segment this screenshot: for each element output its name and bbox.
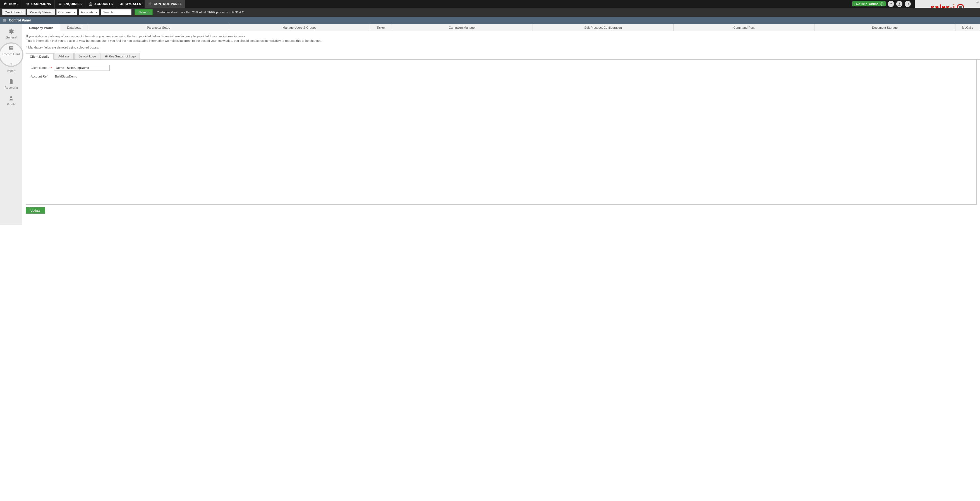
- grid-icon: [148, 2, 152, 6]
- nav-label: CAMPAIGNS: [31, 2, 51, 6]
- user-icon: [897, 2, 901, 6]
- home-icon: [3, 2, 7, 6]
- sidebar-item-reporting[interactable]: Reporting: [0, 77, 22, 93]
- recently-viewed-button[interactable]: Recently Viewed: [27, 9, 55, 15]
- svg-text:?: ?: [890, 2, 892, 6]
- caret-down-icon: [74, 12, 75, 13]
- subtabs: Client Details Address Default Logo Hi-R…: [25, 53, 980, 60]
- customer-view-label: Customer View: [157, 11, 178, 14]
- megaphone-icon: [25, 2, 30, 6]
- svg-point-3: [10, 48, 11, 48]
- client-name-label: Client Name:: [29, 66, 48, 70]
- subtab-address[interactable]: Address: [54, 53, 74, 59]
- nav-label: HOME: [9, 2, 19, 6]
- required-mark: *: [51, 66, 52, 70]
- breadcrumb: Control Panel: [0, 17, 980, 24]
- tab-data-load[interactable]: Data Load: [60, 24, 88, 31]
- svg-rect-5: [11, 48, 13, 48]
- sidebar-item-record-card[interactable]: Record Card: [0, 43, 22, 59]
- quick-search-button[interactable]: Quick Search: [2, 9, 25, 15]
- update-button[interactable]: Update: [25, 208, 45, 214]
- search-toolbar: Quick Search Recently Viewed Customer Ac…: [0, 8, 980, 17]
- nav-accounts[interactable]: ACCOUNTS: [86, 0, 116, 8]
- form-area: Client Name: * Account Ref: BuildSuppDem…: [25, 60, 977, 205]
- nav-label: ACCOUNTS: [94, 2, 113, 6]
- user-button[interactable]: [896, 1, 902, 7]
- live-help-badge[interactable]: Live Help Online ?: [852, 2, 886, 6]
- mandatory-note: * Mandatory fields are denoted using col…: [26, 45, 976, 50]
- forward-button[interactable]: [905, 1, 911, 7]
- subtab-hires-logo[interactable]: Hi-Res Snapshot Logo: [100, 53, 140, 59]
- tab-document-storage[interactable]: Document Storage: [815, 24, 955, 31]
- search-button[interactable]: Search: [135, 9, 153, 15]
- tab-company-profile[interactable]: Company Profile: [22, 24, 60, 32]
- account-ref-label: Account Ref:: [29, 75, 48, 78]
- info-line-1: If you wish to update any of your accoun…: [26, 34, 976, 38]
- search-input[interactable]: [101, 9, 132, 15]
- svg-point-1: [899, 3, 900, 4]
- help-button[interactable]: ?: [888, 1, 894, 7]
- tab-mycalls[interactable]: MyCalls: [955, 24, 980, 31]
- tab-parameter-setup[interactable]: Parameter Setup: [88, 24, 229, 31]
- bank-icon: [89, 2, 93, 6]
- question-circle-icon: ?: [880, 2, 883, 6]
- nav-enquiries[interactable]: ENQUIRIES: [55, 0, 86, 8]
- top-nav: HOME CAMPAIGNS ENQUIRIES ACCOUNTS MYCALL…: [0, 0, 185, 8]
- user-icon: [8, 95, 14, 101]
- top-nav-bar: HOME CAMPAIGNS ENQUIRIES ACCOUNTS MYCALL…: [0, 0, 980, 8]
- nav-control-panel[interactable]: CONTROL PANEL: [145, 0, 185, 8]
- customer-dropdown[interactable]: Customer: [56, 9, 78, 15]
- nav-campaigns[interactable]: CAMPAIGNS: [22, 0, 55, 8]
- left-sidebar: General Record Card Import Reporting Pro…: [0, 24, 22, 225]
- sidebar-item-profile[interactable]: Profile: [0, 94, 22, 109]
- nav-label: MYCALLS: [125, 2, 141, 6]
- svg-point-6: [10, 96, 12, 98]
- tab-campaign-manager[interactable]: Campaign Manager: [392, 24, 533, 31]
- nav-home[interactable]: HOME: [0, 0, 22, 8]
- sidebar-item-general[interactable]: General: [0, 27, 22, 42]
- account-ref-value: BuildSuppDemo: [55, 75, 77, 78]
- ticker-text: al offer! 25% off all TEPE products unti…: [181, 11, 244, 14]
- dropdown-label: Customer: [58, 11, 72, 14]
- sidebar-label: Import: [7, 69, 15, 73]
- list-icon: [58, 2, 62, 6]
- tab-command-post[interactable]: Command Post: [673, 24, 815, 31]
- info-text: If you wish to update any of your accoun…: [22, 31, 980, 51]
- section-tabs: Company Profile Data Load Parameter Setu…: [22, 24, 980, 31]
- document-icon: [8, 79, 14, 84]
- breadcrumb-title: Control Panel: [9, 18, 31, 22]
- sidebar-label: Record Card: [3, 52, 20, 56]
- logo-tm: TM: [975, 1, 979, 4]
- dropdown-label: Accounts: [81, 11, 93, 14]
- tab-ticker[interactable]: Ticker: [370, 24, 392, 31]
- grid-icon: [3, 18, 7, 22]
- subtab-default-logo[interactable]: Default Logo: [74, 53, 100, 59]
- caret-down-icon: [96, 12, 97, 13]
- nav-mycalls[interactable]: MYCALLS: [116, 0, 145, 8]
- subtab-client-details[interactable]: Client Details: [25, 53, 54, 60]
- live-help-prefix: Live Help: [854, 2, 867, 6]
- info-line-2: This is information that you are able to…: [26, 38, 976, 43]
- live-help-status: Online: [869, 2, 878, 6]
- nav-label: ENQUIRIES: [64, 2, 82, 6]
- sidebar-label: Reporting: [5, 86, 18, 89]
- chart-icon: [120, 2, 124, 6]
- nav-label: CONTROL PANEL: [154, 2, 182, 6]
- client-name-input[interactable]: [54, 65, 110, 71]
- tab-manage-users[interactable]: Manage Users & Groups: [229, 24, 370, 31]
- card-icon: [8, 45, 14, 51]
- tab-edit-prospect[interactable]: Edit Prospect Configuration: [533, 24, 674, 31]
- gear-icon: [8, 29, 14, 34]
- sidebar-label: Profile: [7, 103, 15, 106]
- arrow-right-icon: [906, 2, 910, 6]
- accounts-dropdown[interactable]: Accounts: [79, 9, 99, 15]
- sidebar-label: General: [6, 36, 16, 39]
- help-icon: ?: [889, 2, 893, 6]
